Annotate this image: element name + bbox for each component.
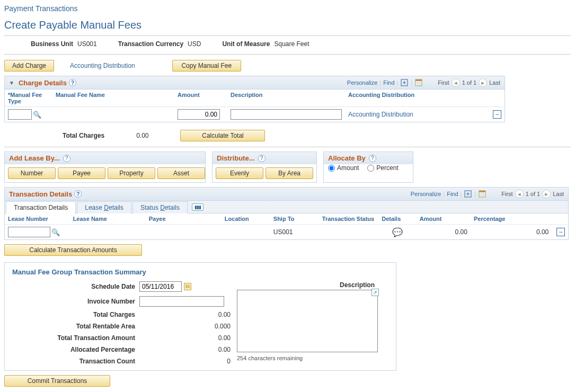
summary-title: Manual Fee Group Transaction Summary xyxy=(12,268,388,276)
charge-details-grid: *Manual Fee Type Manual Fee Name Amount … xyxy=(5,90,505,122)
delete-row-icon[interactable]: − xyxy=(556,228,565,236)
distribute-title: Distribute... xyxy=(217,154,255,162)
copy-manual-fee-button[interactable]: Copy Manual Fee xyxy=(172,60,241,72)
business-unit-value: US001 xyxy=(77,40,97,48)
transaction-currency-label: Transaction Currency xyxy=(118,40,183,48)
amount-value: 0.00 xyxy=(417,225,471,240)
allocate-by-panel: Allocate By ? Amount Percent xyxy=(323,152,413,183)
col-lease-name: Lease Name xyxy=(70,213,146,225)
divider xyxy=(4,147,571,147)
next-arrow-icon[interactable]: ► xyxy=(479,78,487,87)
show-all-columns-icon[interactable]: ▮▮▮ xyxy=(192,203,204,211)
calendar-icon[interactable]: 31 xyxy=(184,283,191,290)
description-label: Description xyxy=(340,281,378,289)
evenly-button[interactable]: Evenly xyxy=(216,167,263,179)
find-link[interactable]: Find xyxy=(383,79,394,86)
delete-row-icon[interactable]: − xyxy=(493,110,501,119)
help-icon[interactable]: ? xyxy=(258,155,266,162)
personalize-link[interactable]: Personalize xyxy=(347,79,377,86)
divider xyxy=(4,54,571,55)
calculate-transaction-amounts-button[interactable]: Calculate Transaction Amounts xyxy=(4,244,142,256)
col-description: Description xyxy=(227,90,345,107)
business-unit-label: Business Unit xyxy=(31,40,73,48)
col-accounting-distribution: Accounting Distribution xyxy=(345,90,489,107)
transaction-currency-value: USD xyxy=(188,40,201,48)
tab-lease-details[interactable]: Lease Details xyxy=(77,201,131,213)
add-charge-button[interactable]: Add Charge xyxy=(4,60,54,72)
allocate-amount-radio[interactable]: Amount xyxy=(328,164,359,172)
allocated-percentage-label: Allocated Percentage xyxy=(12,346,139,353)
transaction-count-label: Transaction Count xyxy=(12,358,139,365)
col-transaction-status: Transaction Status xyxy=(319,213,378,225)
help-icon[interactable]: ? xyxy=(69,79,76,86)
unit-of-measure-value: Square Feet xyxy=(274,40,309,48)
range-label: 1 of 1 xyxy=(526,191,541,197)
total-charges-value: 0.00 xyxy=(139,311,235,318)
number-button[interactable]: Number xyxy=(8,167,56,179)
description-input[interactable] xyxy=(231,109,342,120)
expand-textarea-icon[interactable]: ↗ xyxy=(371,289,379,296)
download-icon[interactable] xyxy=(478,190,486,198)
total-transaction-amount-value: 0.00 xyxy=(139,334,235,342)
total-transaction-amount-label: Total Transaction Amount xyxy=(12,334,139,342)
amount-input[interactable] xyxy=(178,109,220,120)
col-manual-fee-type: *Manual Fee Type xyxy=(5,90,52,107)
description-textarea[interactable] xyxy=(237,290,378,352)
calculate-total-button[interactable]: Calculate Total xyxy=(180,130,265,141)
help-icon[interactable]: ? xyxy=(369,155,376,162)
total-charges-value: 0.00 xyxy=(136,132,148,139)
col-details: Details xyxy=(378,213,417,225)
manual-fee-type-input[interactable] xyxy=(8,109,32,120)
lease-number-input[interactable] xyxy=(8,227,50,237)
help-icon[interactable]: ? xyxy=(63,155,70,162)
add-lease-by-title: Add Lease By... xyxy=(9,154,60,162)
zoom-icon[interactable] xyxy=(400,78,409,87)
page-title: Create Payable Manual Fees xyxy=(4,15,571,33)
total-charges-label: Total Charges xyxy=(12,311,139,318)
payee-button[interactable]: Payee xyxy=(58,167,105,179)
last-label: Last xyxy=(489,79,500,86)
charge-details-title: Charge Details xyxy=(19,79,67,87)
svg-rect-5 xyxy=(479,191,485,192)
lookup-icon[interactable]: 🔍 xyxy=(51,228,60,236)
prev-arrow-icon[interactable]: ◄ xyxy=(515,190,524,198)
details-comment-icon[interactable]: 💬 xyxy=(392,228,403,237)
find-link[interactable]: Find xyxy=(447,191,458,197)
help-icon[interactable]: ? xyxy=(74,190,82,198)
last-label: Last xyxy=(553,191,564,197)
total-charges-label: Total Charges xyxy=(10,132,104,139)
tab-transaction-details[interactable]: Transaction Details xyxy=(6,201,76,213)
col-lease-number: Lease Number xyxy=(5,213,70,225)
asset-button[interactable]: Asset xyxy=(157,167,205,179)
commit-transactions-button[interactable]: Commit Transactions xyxy=(4,375,110,387)
breadcrumb[interactable]: Payment Transactions xyxy=(4,2,571,15)
invoice-number-input[interactable] xyxy=(139,296,224,307)
lookup-icon[interactable]: 🔍 xyxy=(33,111,41,119)
transaction-count-value: 0 xyxy=(139,358,235,365)
first-label: First xyxy=(438,79,449,86)
allocate-by-title: Allocate By xyxy=(328,154,366,162)
add-lease-by-panel: Add Lease By... ? Number Payee Property … xyxy=(4,152,206,183)
accounting-distribution-row-link[interactable]: Accounting Distribution xyxy=(348,111,413,118)
schedule-date-input[interactable] xyxy=(139,281,182,292)
allocate-percent-radio[interactable]: Percent xyxy=(367,164,398,172)
personalize-link[interactable]: Personalize xyxy=(411,191,441,197)
svg-rect-2 xyxy=(415,79,422,81)
summary-section: Manual Fee Group Transaction Summary Sch… xyxy=(4,262,396,371)
accounting-distribution-link[interactable]: Accounting Distribution xyxy=(70,62,135,69)
by-area-button[interactable]: By Area xyxy=(266,167,313,179)
next-arrow-icon[interactable]: ► xyxy=(542,190,551,198)
charge-details-section: ▼ Charge Details ? Personalize | Find | … xyxy=(4,76,505,122)
ship-to-value: US001 xyxy=(270,225,319,240)
prev-arrow-icon[interactable]: ◄ xyxy=(452,78,460,87)
tab-status-details[interactable]: Status Details xyxy=(132,201,188,213)
distribute-panel: Distribute... ? Evenly By Area xyxy=(212,152,317,183)
zoom-icon[interactable] xyxy=(464,190,472,198)
table-row: 🔍 US001 💬 0.00 0.00 − xyxy=(5,225,568,240)
first-label: First xyxy=(501,191,512,197)
collapse-icon[interactable]: ▼ xyxy=(9,80,14,86)
download-icon[interactable] xyxy=(414,78,423,87)
col-location: Location xyxy=(222,213,270,225)
property-button[interactable]: Property xyxy=(108,167,155,179)
divider xyxy=(4,35,571,36)
